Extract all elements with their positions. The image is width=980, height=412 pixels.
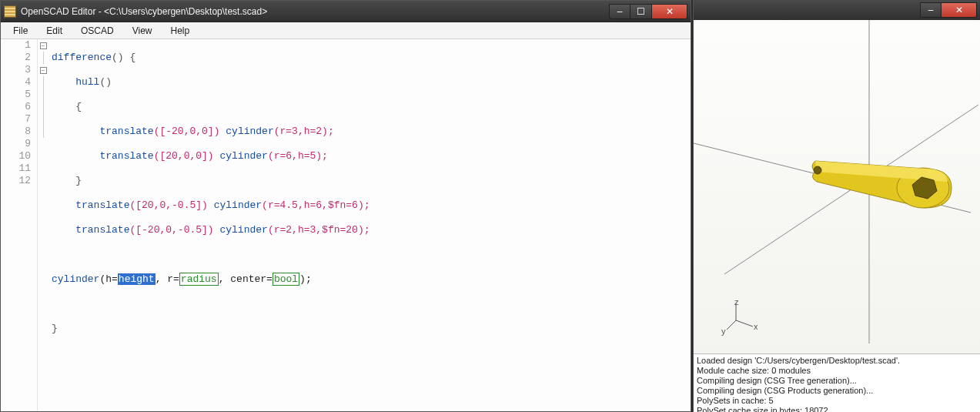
menu-help[interactable]: Help <box>162 23 199 39</box>
axis-gizmo <box>727 303 753 330</box>
line-number-gutter: 1 2 3 4 5 6 7 8 9 10 11 12 <box>1 39 38 411</box>
token-fn: cylinder <box>219 224 267 236</box>
token-fn: translate <box>75 224 129 236</box>
fold-toggle-icon[interactable]: − <box>40 67 47 74</box>
fold-toggle-icon[interactable]: − <box>40 42 47 49</box>
token: ([-20,0,-0.5]) <box>129 224 213 236</box>
token: (r=4.5,h=6,$fn=6); <box>262 199 370 211</box>
code-area[interactable]: difference() { hull() { translate([-20,0… <box>48 39 691 411</box>
token-fn: translate <box>99 126 153 137</box>
menu-file[interactable]: File <box>4 23 37 39</box>
editor-window: OpenSCAD Editor - <C:\Users\cybergen\Des… <box>0 0 691 412</box>
token: ([-20,0,0]) <box>154 126 220 137</box>
token: () <box>99 76 112 88</box>
token-fn: cylinder <box>214 199 262 211</box>
console-line: Compiling design (CSG Tree generation)..… <box>697 376 977 386</box>
console-line: Module cache size: 0 modules <box>697 366 977 376</box>
menu-edit[interactable]: Edit <box>37 23 72 39</box>
console-line: PolySet cache size in bytes: 18072 <box>697 406 977 412</box>
token: () { <box>112 52 135 63</box>
token-fn: cylinder <box>226 126 273 137</box>
close-button[interactable]: ✕ <box>942 2 977 18</box>
viewer-window: – ✕ <box>693 0 980 412</box>
window-title: OpenSCAD Editor - <C:\Users\cybergen\Des… <box>21 6 609 17</box>
token: (r=2,h=3,$fn=20); <box>268 224 370 236</box>
axis-label-y: y <box>721 327 726 336</box>
token-fn: hull <box>75 76 99 88</box>
token-fn: translate <box>75 199 129 211</box>
token-fn: translate <box>99 150 153 162</box>
token: , center= <box>219 273 273 285</box>
menu-view[interactable]: View <box>123 23 162 39</box>
console-line: Compiling design (CSG Products generatio… <box>697 386 977 396</box>
svg-point-5 <box>814 166 821 174</box>
app-icon <box>4 5 16 18</box>
code-editor[interactable]: 1 2 3 4 5 6 7 8 9 10 11 12 − − <box>1 39 691 411</box>
axis-label-z: z <box>734 297 739 306</box>
token-fn: difference <box>52 52 112 63</box>
calltip-param: radius <box>179 273 219 286</box>
token: , r= <box>156 273 179 285</box>
maximize-button[interactable]: ☐ <box>630 4 652 19</box>
token: ([20,0,-0.5]) <box>129 199 207 211</box>
console-output[interactable]: Loaded design 'C:/Users/cybergen/Desktop… <box>694 353 980 412</box>
console-line: PolySets in cache: 5 <box>697 396 977 406</box>
token: (h= <box>99 273 117 285</box>
token: (r=3,h=2); <box>274 126 334 137</box>
svg-line-7 <box>727 320 736 330</box>
minimize-button[interactable]: – <box>920 2 942 18</box>
token-fn: cylinder <box>52 273 99 285</box>
minimize-button[interactable]: – <box>609 4 630 19</box>
svg-line-6 <box>736 320 753 327</box>
token-fn: cylinder <box>219 150 267 162</box>
fold-gutter: − − <box>38 39 48 411</box>
token: ([20,0,0]) <box>154 150 214 162</box>
token: { <box>75 101 82 112</box>
token: (r=6,h=5); <box>268 150 328 162</box>
token: } <box>75 175 82 186</box>
window-controls: – ☐ ✕ <box>609 4 687 19</box>
token: } <box>52 323 58 334</box>
model-body <box>812 161 952 208</box>
axis-label-x: x <box>754 322 758 331</box>
menubar: File Edit OSCAD View Help <box>1 22 691 39</box>
window-controls: – ✕ <box>920 2 977 18</box>
viewer-titlebar[interactable]: – ✕ <box>694 0 980 20</box>
calltip-selection: height <box>118 273 156 285</box>
calltip-param: bool <box>273 273 299 286</box>
menu-oscad[interactable]: OSCAD <box>72 23 123 39</box>
console-line: Loaded design 'C:/Users/cybergen/Desktop… <box>697 356 977 366</box>
close-button[interactable]: ✕ <box>652 4 687 19</box>
editor-titlebar[interactable]: OpenSCAD Editor - <C:\Users\cybergen\Des… <box>1 1 691 22</box>
3d-viewport[interactable]: x y z <box>694 20 980 353</box>
token: ); <box>299 273 312 285</box>
